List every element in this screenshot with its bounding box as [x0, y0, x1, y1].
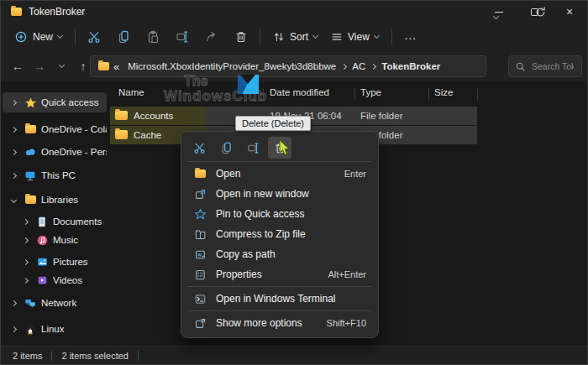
sidebar-item-network[interactable]: Network: [3, 293, 107, 313]
menu-cut-button[interactable]: [187, 137, 211, 159]
network-icon: [23, 297, 38, 309]
trash-icon: [274, 142, 286, 154]
cut-button[interactable]: [81, 25, 107, 49]
chevron-down-icon: [58, 62, 64, 68]
sidebar-item-label: Documents: [53, 216, 102, 227]
back-button[interactable]: ←: [8, 55, 28, 77]
sidebar-item-label: OneDrive - Colantu: [41, 124, 107, 134]
breadcrumb-segment[interactable]: Microsoft.XboxIdentityProvider_8wekyb3d8…: [128, 61, 336, 71]
breadcrumb-segment[interactable]: AC: [352, 61, 365, 71]
sidebar-item-documents[interactable]: Documents: [3, 211, 107, 232]
sidebar-item-videos[interactable]: Videos: [3, 270, 107, 290]
expand-chevron-icon[interactable]: [8, 301, 19, 305]
sidebar-item-pictures[interactable]: Pictures: [3, 252, 107, 272]
column-header-size[interactable]: Size: [434, 87, 453, 97]
menu-item-open[interactable]: Open Enter: [186, 164, 374, 184]
menu-item-pin-to-quick-access[interactable]: Pin to Quick access: [186, 204, 374, 224]
penguin-icon: [23, 323, 38, 336]
view-button[interactable]: View: [324, 25, 386, 49]
cut-icon: [87, 30, 101, 44]
statusbar-divider: [138, 351, 139, 361]
menu-item-label: Copy as path: [216, 248, 360, 260]
picture-icon: [34, 256, 50, 268]
expand-chevron-icon[interactable]: [8, 150, 19, 154]
folder-icon: [23, 196, 38, 204]
menu-item-show-more-options[interactable]: Show more options Shift+F10: [186, 313, 374, 333]
expand-chevron-icon[interactable]: [19, 238, 31, 242]
column-divider[interactable]: [263, 88, 264, 101]
breadcrumb-segment-current[interactable]: TokenBroker: [381, 61, 440, 71]
expand-chevron-icon[interactable]: [19, 279, 31, 283]
share-button[interactable]: [199, 25, 224, 49]
sort-button-label: Sort: [290, 31, 308, 43]
column-divider[interactable]: [354, 88, 355, 101]
expand-chevron-icon[interactable]: [8, 101, 19, 105]
search-box: [508, 55, 582, 77]
menu-item-label: Show more options: [216, 317, 320, 329]
pin-star-icon: [193, 208, 207, 221]
rename-button[interactable]: [170, 25, 195, 49]
statusbar-divider: [51, 351, 52, 361]
command-toolbar: New: [1, 23, 587, 51]
forward-button[interactable]: →: [29, 55, 50, 77]
menu-copy-button[interactable]: [214, 137, 238, 159]
recent-locations-button[interactable]: [51, 55, 71, 77]
address-bar[interactable]: « Microsoft.XboxIdentityProvider_8wekyb3…: [90, 55, 486, 77]
menu-item-copy-as-path[interactable]: Copy as path: [186, 244, 374, 264]
sidebar-item-this-pc[interactable]: This PC: [3, 165, 107, 185]
menu-delete-button[interactable]: [268, 137, 291, 159]
refresh-button[interactable]: [534, 6, 547, 18]
expand-chevron-icon[interactable]: [19, 260, 31, 264]
zip-folder-icon: [193, 228, 207, 241]
address-folder-icon: [98, 62, 109, 70]
sidebar-item-label: Videos: [53, 275, 82, 285]
breadcrumb-chevron-icon: [370, 63, 376, 69]
menu-item-open-in-new-window[interactable]: Open in new window: [186, 184, 374, 204]
sidebar-item-label: Network: [41, 298, 76, 308]
column-divider[interactable]: [477, 88, 478, 101]
expand-chevron-icon[interactable]: [8, 327, 19, 331]
sidebar-item-label: Libraries: [41, 195, 78, 205]
delete-button[interactable]: [228, 25, 254, 49]
expand-chevron-icon[interactable]: [8, 174, 19, 178]
document-icon: [34, 216, 50, 228]
folder-icon: [115, 111, 128, 120]
collapse-chevron-icon[interactable]: [8, 198, 19, 202]
sidebar-item-quick-access[interactable]: Quick access: [3, 92, 107, 112]
sidebar-item-libraries[interactable]: Libraries: [3, 190, 107, 210]
expand-chevron-icon[interactable]: [19, 220, 31, 224]
menu-item-compress-to-zip[interactable]: Compress to Zip file: [186, 224, 374, 244]
sidebar-item-onedrive-personal[interactable]: OneDrive - Personal: [3, 142, 107, 162]
menu-item-properties[interactable]: Properties Alt+Enter: [186, 264, 374, 284]
new-button-label: New: [33, 31, 53, 43]
menu-item-open-in-windows-terminal[interactable]: Open in Windows Terminal: [186, 289, 374, 309]
sort-button[interactable]: Sort: [266, 25, 324, 49]
column-header-type[interactable]: Type: [360, 87, 381, 97]
see-more-button[interactable]: …: [398, 25, 423, 49]
column-header-name[interactable]: Name: [118, 87, 144, 97]
address-dropdown-button[interactable]: [494, 9, 498, 21]
sidebar-item-linux[interactable]: Linux: [3, 319, 107, 339]
file-name: Accounts: [134, 107, 173, 125]
close-button[interactable]: ×: [552, 1, 587, 23]
copy-path-icon: [193, 248, 207, 261]
menu-item-label: Open: [216, 168, 338, 180]
minimize-button[interactable]: [481, 1, 517, 23]
selection-count: 2 items selected: [61, 351, 128, 361]
column-divider[interactable]: [428, 88, 429, 101]
sidebar-item-music[interactable]: Music: [3, 230, 107, 250]
view-button-label: View: [348, 31, 370, 43]
titlebar: TokenBroker ×: [1, 1, 587, 23]
column-header-date-modified[interactable]: Date modified: [270, 87, 329, 97]
properties-icon: [193, 269, 207, 281]
view-lines-icon: [331, 31, 343, 43]
copy-button[interactable]: [111, 25, 136, 49]
expand-chevron-icon[interactable]: [8, 128, 19, 132]
search-input[interactable]: [530, 60, 575, 72]
paste-button[interactable]: [140, 25, 165, 49]
menu-separator: [187, 161, 372, 162]
sidebar-item-onedrive-business[interactable]: OneDrive - Colantu: [3, 119, 107, 139]
breadcrumb-overflow[interactable]: «: [113, 60, 119, 73]
new-button[interactable]: New: [8, 25, 69, 49]
menu-rename-button[interactable]: [241, 137, 265, 159]
